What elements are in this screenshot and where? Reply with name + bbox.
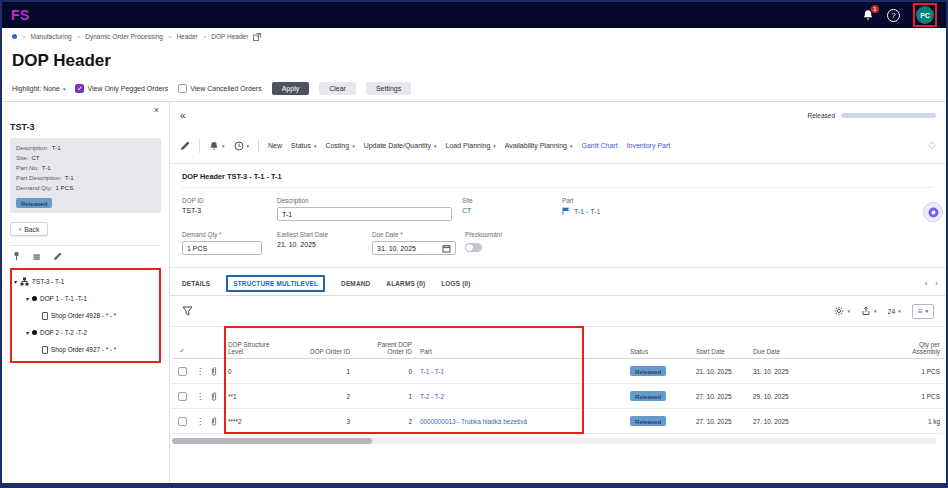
clear-button[interactable]: Clear [319,82,356,95]
cell-start-date: 27. 10. 2025 [692,409,749,434]
tree-node-shop-order-4928[interactable]: Shop Order 4928 - * - * [14,307,157,324]
table-settings-dropdown[interactable]: ▾ [834,306,850,316]
tree-node-dop2[interactable]: ▾ DOP 2 - T-2 -T-2 [14,324,157,341]
back-button[interactable]: ‹ Back [10,222,48,236]
tabs-scroll-right-icon[interactable]: › [935,279,938,288]
filter-funnel-icon[interactable] [182,306,193,316]
tab-structure-multilevel[interactable]: STRUCTURE MULTILEVEL [226,275,325,292]
select-all-check-icon[interactable]: ✓ [179,347,185,354]
calendar-icon[interactable] [442,244,451,253]
tree-node-root[interactable]: ▾ TST-3 - T-1 [14,273,157,290]
pin-icon[interactable] [12,251,21,261]
favorite-heart-icon[interactable]: ♡ [928,141,936,151]
row-checkbox[interactable] [178,392,187,401]
settings-button[interactable]: Settings [366,82,411,95]
demand-qty-input[interactable]: 1 PCS [182,241,262,255]
row-menu-icon[interactable]: ⋮ [196,417,204,426]
notifications-button[interactable]: 1 [862,9,874,21]
tree-node-dop1[interactable]: ▾ DOP 1 - T-1 -T-1 [14,290,157,307]
page-size-dropdown[interactable]: 24 ▾ [888,308,901,315]
attachment-icon[interactable] [210,391,220,402]
col-header-qty[interactable]: Qty perAssembly [806,327,944,359]
view-cancelled-checkbox[interactable]: View Cancelled Orders [178,84,261,93]
col-header-part[interactable]: Part [416,327,626,359]
external-link-icon[interactable] [253,33,261,41]
inventory-part-link[interactable]: Inventory Part [627,142,671,149]
attachment-icon[interactable] [210,416,220,427]
part-link[interactable]: T-2 - T-2 [420,393,444,400]
breadcrumb-item-dop[interactable]: Dynamic Order Processing [85,33,163,40]
assistant-button[interactable] [923,202,943,222]
tree-node-label: DOP 1 - T-1 -T-1 [40,295,87,302]
alarms-dropdown[interactable]: ▾ [209,141,225,151]
chevron-down-icon: ▾ [925,308,928,314]
edit-pencil-icon[interactable] [180,141,190,151]
new-button[interactable]: New [268,142,282,149]
description-input[interactable]: T-1 [277,207,452,221]
col-header-status[interactable]: Status [626,327,692,359]
close-icon[interactable]: × [154,105,159,115]
tree-node-label: Shop Order 4927 - * - * [51,346,116,353]
part-link[interactable]: T-1 - T-1 [420,368,444,375]
edit-pencil-icon[interactable] [53,252,62,261]
site-link[interactable]: CT [462,207,562,214]
tab-alarms[interactable]: ALARMS (0) [386,280,425,295]
info-value: T-1 [42,163,51,173]
tree-expand-icon[interactable]: ▾ [14,278,17,285]
col-header-start[interactable]: Start Date [692,327,749,359]
col-header-parent[interactable]: Parent DOPOrder ID [354,327,416,359]
tree-expand-icon[interactable]: ▾ [26,295,29,302]
ifs-logo[interactable]: FS [11,7,30,23]
cell-parent: 0 [354,359,416,384]
tab-demand[interactable]: DEMAND [341,280,370,295]
review-toggle[interactable] [465,243,482,252]
part-link[interactable]: 0000000013 - Trubka hladká bezešvá [420,418,527,425]
availability-planning-dropdown[interactable]: Availability Planning▾ [505,142,573,149]
breadcrumb-separator: > [203,34,207,40]
tree-node-shop-order-4927[interactable]: Shop Order 4927 - * - * [14,341,157,358]
highlight-dropdown[interactable]: Highlight: None ▾ [12,85,65,92]
load-planning-dropdown[interactable]: Load Planning▾ [446,142,496,149]
gantt-chart-link[interactable]: Gantt Chart [581,142,617,149]
costing-dropdown[interactable]: Costing▾ [325,142,354,149]
breadcrumb-item-dop-header[interactable]: DOP Header [211,33,248,40]
help-button[interactable]: ? [887,9,900,22]
due-date-input[interactable]: 31. 10. 2025 [372,241,456,255]
col-header-order-id[interactable]: DOP Order ID [300,327,354,359]
history-dropdown[interactable]: ▾ [234,141,250,151]
row-menu-icon[interactable]: ⋮ [196,367,204,376]
breadcrumb-item-manufacturing[interactable]: Manufacturing [31,33,72,40]
col-header-due[interactable]: Due Date [749,327,806,359]
row-menu-icon[interactable]: ⋮ [196,392,204,401]
status-dropdown[interactable]: Status▾ [291,142,316,149]
table-row[interactable]: ⋮ 0 1 0 T-1 - T-1 Released 21. 10. 2025 … [172,359,944,384]
table-row[interactable]: ⋮ **1 2 1 T-2 - T-2 Released 27. 10. 202… [172,384,944,409]
apply-button[interactable]: Apply [272,82,310,95]
user-avatar[interactable]: PC [916,6,934,24]
cell-qty: 1 kg [806,409,944,434]
horizontal-scrollbar[interactable] [172,438,936,444]
export-dropdown[interactable]: ▾ [861,306,877,316]
tab-details[interactable]: DETAILS [182,280,210,295]
row-checkbox[interactable] [178,417,187,426]
attachment-icon[interactable] [210,366,220,377]
tree-expand-icon[interactable]: ▾ [26,329,29,336]
view-only-pegged-checkbox[interactable]: ✓ View Only Pegged Orders [75,84,168,93]
home-dot-icon[interactable] [12,34,17,39]
part-link[interactable]: T-1 - T-1 [562,207,600,215]
tabs-scroll-left-icon[interactable]: ‹ [925,279,928,288]
update-date-quantity-dropdown[interactable]: Update Date/Quantity▾ [364,142,437,149]
col-header-level[interactable]: DOP StructureLevel [224,327,300,359]
cell-due-date: 27. 10. 2025 [749,409,806,434]
sitemap-icon [20,277,29,286]
view-mode-dropdown[interactable]: ≡ ▾ [912,304,934,319]
cell-parent: 2 [354,409,416,434]
grid-icon[interactable]: ▦ [33,252,41,261]
scrollbar-thumb[interactable] [172,438,372,444]
collapse-panel-icon[interactable]: « [180,110,186,121]
table-row[interactable]: ⋮ ****2 3 2 0000000013 - Trubka hladká b… [172,409,944,434]
dop-structure-tree: ▾ TST-3 - T-1 ▾ DOP 1 - T-1 -T-1 Shop Or… [14,273,157,358]
row-checkbox[interactable] [178,367,187,376]
breadcrumb-item-header[interactable]: Header [176,33,197,40]
tab-logs[interactable]: LOGS (0) [441,280,470,295]
